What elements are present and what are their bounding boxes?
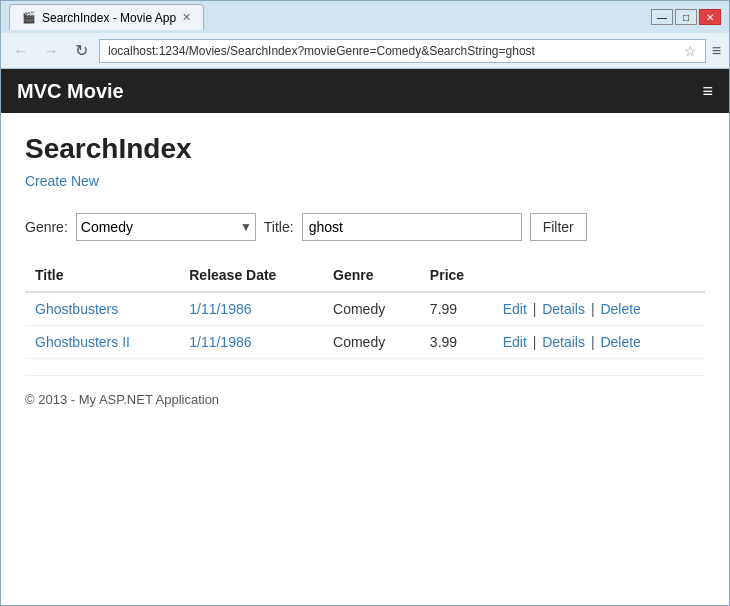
tab-page-icon: 🎬 xyxy=(22,11,36,24)
movie-title: Ghostbusters xyxy=(25,292,179,326)
title-search-input[interactable] xyxy=(302,213,522,241)
browser-menu-icon[interactable]: ≡ xyxy=(712,42,721,60)
movie-price: 3.99 xyxy=(420,326,493,359)
create-new-link[interactable]: Create New xyxy=(25,173,99,189)
edit-link[interactable]: Edit xyxy=(503,334,527,350)
browser-window: 🎬 SearchIndex - Movie App ✕ — □ ✕ ← → ↻ … xyxy=(0,0,730,606)
window-controls: — □ ✕ xyxy=(651,9,721,25)
footer-text: © 2013 - My ASP.NET Application xyxy=(25,392,219,407)
col-genre: Genre xyxy=(323,259,420,292)
filter-row: Genre: All Comedy Drama Action ▼ Title: … xyxy=(25,213,705,241)
movie-actions: Edit | Details | Delete xyxy=(493,292,705,326)
movie-date-link[interactable]: 1/11/1986 xyxy=(189,301,251,317)
movies-table: Title Release Date Genre Price Ghostbust… xyxy=(25,259,705,359)
movie-title-link[interactable]: Ghostbusters II xyxy=(35,334,130,350)
refresh-button[interactable]: ↻ xyxy=(69,39,93,63)
nav-bar: ← → ↻ localhost:1234/Movies/SearchIndex?… xyxy=(1,33,729,69)
close-button[interactable]: ✕ xyxy=(699,9,721,25)
table-row: Ghostbusters 1/11/1986 Comedy 7.99 Edit … xyxy=(25,292,705,326)
title-bar: 🎬 SearchIndex - Movie App ✕ — □ ✕ xyxy=(1,1,729,33)
genre-label: Genre: xyxy=(25,219,68,235)
col-title: Title xyxy=(25,259,179,292)
details-link[interactable]: Details xyxy=(542,301,585,317)
table-header-row: Title Release Date Genre Price xyxy=(25,259,705,292)
page-title: SearchIndex xyxy=(25,133,705,165)
movie-genre: Comedy xyxy=(323,326,420,359)
app-title: MVC Movie xyxy=(17,80,124,103)
browser-tab[interactable]: 🎬 SearchIndex - Movie App ✕ xyxy=(9,4,204,30)
col-release-date: Release Date xyxy=(179,259,323,292)
movie-price: 7.99 xyxy=(420,292,493,326)
details-link[interactable]: Details xyxy=(542,334,585,350)
separator: | xyxy=(591,301,599,317)
back-button[interactable]: ← xyxy=(9,39,33,63)
bookmark-icon[interactable]: ☆ xyxy=(684,43,697,59)
movie-title: Ghostbusters II xyxy=(25,326,179,359)
delete-link[interactable]: Delete xyxy=(600,334,640,350)
separator: | xyxy=(591,334,599,350)
movie-date-link[interactable]: 1/11/1986 xyxy=(189,334,251,350)
address-bar[interactable]: localhost:1234/Movies/SearchIndex?movieG… xyxy=(99,39,706,63)
edit-link[interactable]: Edit xyxy=(503,301,527,317)
footer: © 2013 - My ASP.NET Application xyxy=(25,375,705,407)
forward-button[interactable]: → xyxy=(39,39,63,63)
movie-genre: Comedy xyxy=(323,292,420,326)
url-text: localhost:1234/Movies/SearchIndex?movieG… xyxy=(108,44,680,58)
page-content: SearchIndex Create New Genre: All Comedy… xyxy=(1,113,729,605)
col-price: Price xyxy=(420,259,493,292)
minimize-button[interactable]: — xyxy=(651,9,673,25)
table-row: Ghostbusters II 1/11/1986 Comedy 3.99 Ed… xyxy=(25,326,705,359)
genre-select-wrapper: All Comedy Drama Action ▼ xyxy=(76,213,256,241)
col-actions xyxy=(493,259,705,292)
movie-title-link[interactable]: Ghostbusters xyxy=(35,301,118,317)
maximize-button[interactable]: □ xyxy=(675,9,697,25)
tab-title: SearchIndex - Movie App xyxy=(42,11,176,25)
separator: | xyxy=(533,334,541,350)
movie-actions: Edit | Details | Delete xyxy=(493,326,705,359)
app-bar: MVC Movie ≡ xyxy=(1,69,729,113)
delete-link[interactable]: Delete xyxy=(600,301,640,317)
filter-button[interactable]: Filter xyxy=(530,213,587,241)
separator: | xyxy=(533,301,541,317)
movie-release-date: 1/11/1986 xyxy=(179,326,323,359)
tab-close-button[interactable]: ✕ xyxy=(182,11,191,24)
hamburger-menu-icon[interactable]: ≡ xyxy=(702,81,713,102)
movie-release-date: 1/11/1986 xyxy=(179,292,323,326)
genre-select[interactable]: All Comedy Drama Action xyxy=(76,213,256,241)
title-label: Title: xyxy=(264,219,294,235)
